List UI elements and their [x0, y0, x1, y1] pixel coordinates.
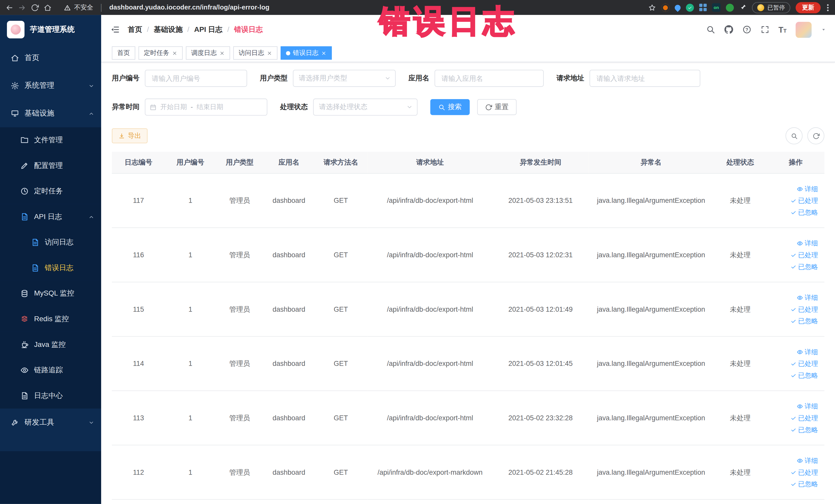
tab-home[interactable]: 首页	[112, 46, 135, 60]
breadcrumb-home[interactable]: 首页	[128, 25, 142, 34]
chevron-down-icon	[406, 104, 413, 110]
check-icon	[790, 263, 796, 270]
address-url[interactable]: dashboard.yudao.iocoder.cn/infra/log/api…	[109, 4, 644, 11]
close-icon[interactable]	[321, 50, 326, 56]
mark-ignored-link[interactable]: 已忽略	[769, 424, 818, 436]
check-icon	[790, 372, 796, 379]
breadcrumb-infrastructure[interactable]: 基础设施	[154, 25, 183, 34]
close-icon[interactable]	[172, 50, 177, 56]
browser-back-icon[interactable]	[5, 3, 13, 11]
mark-processed-link[interactable]: 已处理	[769, 412, 818, 424]
sidebar-item-error-log[interactable]: 错误日志	[0, 255, 101, 281]
export-button[interactable]: 导出	[112, 128, 148, 143]
sidebar-item-trace[interactable]: 链路追踪	[0, 357, 101, 383]
reset-button[interactable]: 重置	[477, 99, 517, 115]
sidebar-item-api-log[interactable]: API 日志	[0, 204, 101, 230]
request-url-input-box	[590, 70, 700, 87]
sidebar-item-system-management[interactable]: 系统管理	[0, 72, 101, 100]
browser-reload-icon[interactable]	[31, 3, 39, 11]
app-name-input[interactable]	[441, 74, 538, 83]
collapse-sidebar-icon[interactable]	[109, 24, 120, 35]
mark-ignored-link[interactable]: 已忽略	[769, 315, 818, 327]
paused-badge[interactable]: 已暂停	[752, 2, 790, 13]
monitor-icon	[11, 109, 19, 118]
paused-label: 已暂停	[768, 3, 785, 11]
mark-processed-link[interactable]: 已处理	[769, 466, 818, 478]
sidebar-logo[interactable]: 芋道管理系统	[0, 15, 101, 44]
user-type-select[interactable]: 请选择用户类型	[293, 70, 395, 87]
avatar[interactable]	[796, 22, 812, 38]
row-actions: 详细 已处理 已忽略	[767, 282, 824, 337]
github-icon[interactable]	[724, 25, 733, 34]
tab-access-log[interactable]: 访问日志	[233, 46, 278, 60]
font-size-icon[interactable]: TT	[778, 25, 787, 34]
mark-processed-link[interactable]: 已处理	[769, 358, 818, 369]
detail-link[interactable]: 详细	[769, 346, 818, 358]
tab-scheduled-jobs[interactable]: 定时任务	[138, 46, 183, 60]
mark-processed-link[interactable]: 已处理	[769, 249, 818, 261]
tab-schedule-log[interactable]: 调度日志	[186, 46, 230, 60]
row-actions: 详细 已处理 已忽略	[767, 391, 824, 445]
avatar-caret-icon[interactable]	[821, 27, 827, 33]
detail-link[interactable]: 详细	[769, 237, 818, 249]
sidebar-item-file-management[interactable]: 文件管理	[0, 127, 101, 153]
sidebar-item-log-center[interactable]: 日志中心	[0, 383, 101, 409]
table-row: 113 1 管理员 dashboard GET /api/infra/db-do…	[112, 391, 824, 445]
sidebar-item-java-monitor[interactable]: Java 监控	[0, 332, 101, 358]
extension-green-icon[interactable]	[726, 3, 734, 11]
mark-processed-link[interactable]: 已处理	[769, 195, 818, 206]
detail-link[interactable]: 详细	[769, 400, 818, 412]
bookmark-star-icon[interactable]	[648, 3, 656, 11]
tab-error-log[interactable]: 错误日志	[281, 46, 332, 60]
app-header: 首页 / 基础设施 / API 日志 / 错误日志 TT	[101, 15, 835, 44]
refresh-table-button[interactable]	[807, 127, 824, 144]
search-button[interactable]: 搜索	[430, 99, 470, 115]
eye-icon	[797, 186, 803, 192]
sidebar-item-access-log[interactable]: 访问日志	[0, 229, 101, 255]
process-status-select[interactable]: 请选择处理状态	[313, 99, 418, 116]
tools-icon	[11, 418, 19, 427]
sidebar-item-dev-tools[interactable]: 研发工具	[0, 408, 101, 436]
check-icon	[790, 306, 796, 313]
extension-check-icon[interactable]	[686, 3, 694, 11]
close-icon[interactable]	[267, 50, 272, 56]
java-cup-icon	[20, 340, 29, 349]
close-icon[interactable]	[220, 50, 225, 56]
mark-ignored-link[interactable]: 已忽略	[769, 369, 818, 381]
extensions-pin-icon[interactable]	[739, 4, 747, 11]
toggle-search-button[interactable]	[786, 127, 802, 144]
extension-orange-icon[interactable]	[661, 3, 669, 11]
search-icon[interactable]	[706, 25, 715, 34]
exception-time-range-picker[interactable]: 开始日期 - 结束日期	[145, 99, 267, 116]
sidebar-item-home[interactable]: 首页	[0, 44, 101, 72]
browser-menu-icon[interactable]	[826, 3, 830, 12]
filter-process-status: 处理状态 请选择处理状态	[280, 99, 418, 116]
extension-grid-icon[interactable]	[699, 4, 707, 11]
sidebar-item-config-management[interactable]: 配置管理	[0, 153, 101, 178]
extension-on-icon[interactable]: on	[712, 3, 720, 12]
mark-ignored-link[interactable]: 已忽略	[769, 261, 818, 273]
sidebar-item-mysql-monitor[interactable]: MySQL 监控	[0, 281, 101, 306]
request-url-input[interactable]	[595, 74, 695, 83]
sidebar-item-redis-monitor[interactable]: Redis 监控	[0, 306, 101, 332]
breadcrumb-api-log[interactable]: API 日志	[194, 25, 223, 34]
mark-processed-link[interactable]: 已处理	[769, 303, 818, 315]
eye-icon	[20, 366, 29, 374]
check-icon	[790, 469, 796, 476]
detail-link[interactable]: 详细	[769, 183, 818, 195]
sidebar-item-scheduled-jobs[interactable]: 定时任务	[0, 178, 101, 204]
user-id-input[interactable]	[151, 74, 241, 83]
detail-link[interactable]: 详细	[769, 455, 818, 466]
help-icon[interactable]	[742, 25, 751, 34]
detail-link[interactable]: 详细	[769, 292, 818, 303]
browser-home-icon[interactable]	[44, 3, 52, 11]
fullscreen-icon[interactable]	[760, 25, 769, 34]
mark-ignored-link[interactable]: 已忽略	[769, 206, 818, 218]
browser-forward-icon[interactable]	[18, 3, 26, 11]
extension-drop-icon[interactable]	[674, 3, 682, 12]
mark-ignored-link[interactable]: 已忽略	[769, 478, 818, 490]
security-chip[interactable]: 不安全	[64, 3, 93, 12]
error-log-table: 日志编号 用户编号 用户类型 应用名 请求方法名 请求地址 异常发生时间 异常名…	[112, 152, 824, 500]
chrome-update-button[interactable]: 更新	[796, 2, 821, 13]
sidebar-item-infrastructure[interactable]: 基础设施	[0, 100, 101, 127]
